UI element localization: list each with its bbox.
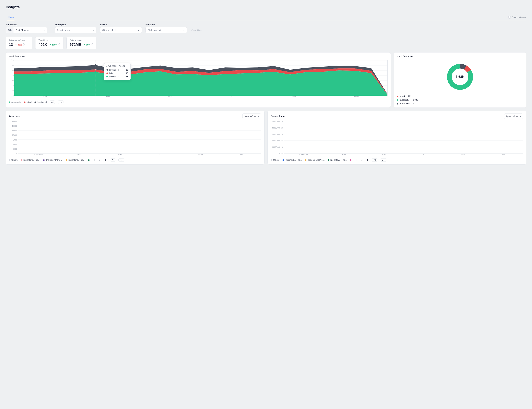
legend-series-1[interactable]: [Insights EU Pro… [282,159,302,161]
legend-all-button[interactable]: All [110,158,116,162]
info-icon[interactable] [91,43,93,46]
time-frame-badge: 24h [6,27,13,33]
x-axis: 12:0016:0020:00504:0008:00 [14,96,388,99]
workspace-select[interactable]: Click to select [55,27,96,33]
filter-workflow: Workflow Click to select [145,23,187,33]
legend-series-more[interactable] [350,159,352,161]
filter-project: Project Click to select [100,23,142,33]
time-frame-select[interactable]: 24h Past 24 hours [6,27,47,33]
chart-patterns-label: Chart patterns [512,16,526,19]
card-workflow-runs-area: Workflow runs 0306090120150180210 4 Feb … [6,52,391,108]
legend-inv-button[interactable]: Inv [58,101,63,104]
legend-inv-button[interactable]: Inv [380,158,386,162]
legend-successful[interactable]: successful 3,090 [397,99,523,101]
legend-series-3[interactable]: [Insights AP Pro… [328,159,347,161]
filter-label-workspace: Workspace [55,23,96,26]
card-task-runs: Task runs by workflow 03,0006,0009,00012… [6,111,264,165]
svg-point-1 [24,44,24,44]
legend-terminated[interactable]: terminated [35,101,47,103]
kpi-data-volume: Data Volume 972MB 65% [66,37,96,49]
legend-all-button[interactable]: All [50,101,55,104]
legend-successful[interactable]: successful [9,101,21,103]
legend-page: 1/4 [361,159,363,161]
svg-point-4 [59,44,59,44]
arrow-up-icon [50,44,51,46]
plot-region[interactable] [284,121,523,154]
kpi-delta: 65% [84,43,93,46]
legend-failed[interactable]: failed [24,101,31,103]
kpi-value: 402K [38,43,47,47]
workspace-placeholder: Click to select [57,29,70,31]
project-select[interactable]: Click to select [100,27,142,33]
data-volume-chart: 0 kB10,000,000 kB20,000,000 kB30,000,000… [271,121,523,156]
row-workflow-runs: Workflow runs 0306090120150180210 4 Feb … [6,52,526,108]
workflow-placeholder: Click to select [148,29,161,31]
legend-all-button[interactable]: All [372,158,377,162]
legend-next-button[interactable] [104,158,107,161]
tab-home[interactable]: Home [6,14,16,20]
chevron-down-icon [258,115,260,117]
plot-region[interactable] [18,121,261,154]
x-axis: 4 Feb 202316:0020:00504:0008:00 [284,154,523,156]
filter-workspace: Workspace Click to select [55,23,96,33]
plot-region[interactable]: 4 Feb 2023, 17:00:00 terminated 26 faile… [14,60,388,96]
task-runs-groupby-select[interactable]: by workflow [242,113,261,119]
info-icon[interactable] [23,43,25,46]
legend-terminated[interactable]: terminated 297 [397,102,523,105]
legend-next-button[interactable] [366,158,369,161]
filter-label-workflow: Workflow [145,23,187,26]
hover-dot-failed [95,69,96,70]
area-legend: successful failed terminated All Inv [9,101,388,104]
legend-others[interactable]: Others [271,159,280,161]
legend-inv-button[interactable]: Inv [118,158,124,162]
area-svg [14,60,388,96]
swatch-successful [107,76,108,77]
legend-others[interactable]: Others [9,159,18,161]
svg-text:3.68K: 3.68K [456,75,465,78]
workflow-select[interactable]: Click to select [145,27,187,33]
y-axis: 0 kB10,000,000 kB20,000,000 kB30,000,000… [271,121,284,154]
legend-series-2[interactable]: [Insights AP Pro… [43,159,63,161]
hover-dot-terminated [95,64,96,66]
chevron-down-icon [183,29,185,31]
project-placeholder: Click to select [102,29,116,31]
chart-patterns-toggle[interactable]: Chart patterns [508,16,526,19]
legend-series-3[interactable]: [Insights US Pro… [66,159,85,161]
legend-failed[interactable]: failed 292 [397,95,523,97]
swatch-terminated [107,69,108,71]
arrow-up-icon [84,44,85,46]
kpi-delta: 46% [15,43,25,46]
filter-time-frame: Time frame 24h Past 24 hours [6,23,47,33]
kpi-label: Task Runs [38,39,60,41]
checkbox-icon [508,16,511,19]
card-workflow-runs-donut: Workflow runs 3.68K failed 292 successfu… [394,52,526,108]
chart-tooltip: 4 Feb 2023, 17:00:00 terminated 26 faile… [104,63,131,80]
info-icon[interactable] [58,43,60,46]
task-runs-chart: 03,0006,0009,00012,00015,00018,00021,000… [9,121,261,156]
page-title: Insights [6,5,526,9]
card-data-volume: Data volume by workflow 0 kB10,000,000 k… [268,111,526,165]
chevron-down-icon [519,115,521,117]
card-title: Data volume [271,115,285,118]
legend-prev-button[interactable] [93,158,96,161]
task-runs-legend: Others [Insights US Pro… [Insights AP Pr… [9,158,261,162]
legend-series-1[interactable]: [Insights US Pro… [21,159,40,161]
filter-label-time-frame: Time frame [6,23,47,26]
clear-filters-button[interactable]: Clear filters [191,28,203,33]
kpi-task-runs: Task Runs 402K 108% [35,37,63,49]
chevron-down-icon [138,29,140,31]
legend-series-more[interactable] [88,159,90,161]
kpi-value: 972MB [70,43,81,47]
kpi-value: 13 [9,43,13,47]
svg-point-7 [92,44,92,44]
filter-label-project: Project [100,23,142,26]
donut-chart: 3.68K [397,60,523,95]
tabs-bar: Home Chart patterns [6,14,526,20]
time-frame-value: Past 24 hours [13,27,47,33]
svg-rect-5 [59,44,59,45]
y-axis: 03,0006,0009,00012,00015,00018,00021,000 [9,121,18,154]
legend-series-2[interactable]: [Insights US Pro… [305,159,325,161]
kpi-label: Data Volume [70,39,93,41]
legend-prev-button[interactable] [354,158,357,161]
data-volume-groupby-select[interactable]: by workflow [504,113,523,119]
